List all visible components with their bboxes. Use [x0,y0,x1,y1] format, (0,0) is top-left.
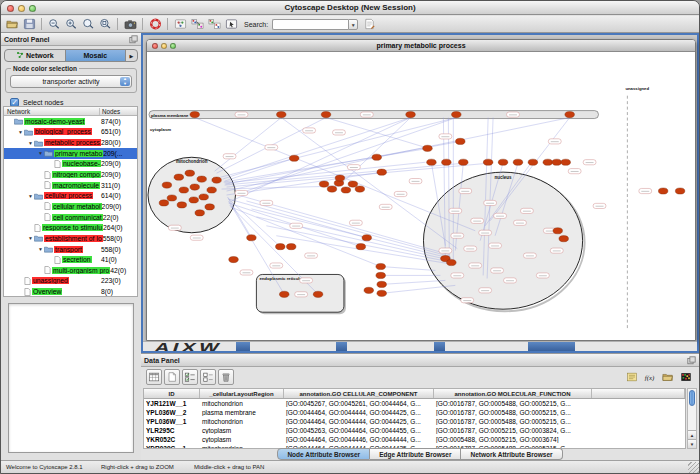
network-node[interactable] [543,159,553,165]
network-node[interactable] [406,111,416,117]
network-graph[interactable]: plasma membranecytoplasmmitochondrionnuc… [147,52,695,340]
tree-expander-icon[interactable]: ▼ [17,129,24,135]
open-folder-icon[interactable] [4,17,20,32]
network-node[interactable] [321,111,331,117]
scrollbar-thumb[interactable] [689,390,695,406]
table-row[interactable]: YLR295Ccytoplasm[GO:0045263, GO:0044464,… [144,426,685,435]
create-view-icon[interactable] [172,17,188,32]
background-windows-strip[interactable]: AIXW [143,341,697,351]
tree-row[interactable]: ▼establishment of lo558(0) [4,233,137,244]
node-color-dropdown[interactable]: transporter activity ▲▼ [10,75,132,88]
network-node[interactable] [205,204,215,210]
scroll-up-icon[interactable]: ▲ [688,430,696,439]
birds-eye-view[interactable] [8,303,134,453]
tree-expander-icon[interactable]: ▼ [27,193,34,199]
select-attrs-icon[interactable] [182,369,198,385]
table-row[interactable]: YKR052Ccytoplasm[GO:0044464, GO:0044446,… [144,435,685,444]
table-row[interactable]: YJR121W__1mitochondrion[GO:0045267, GO:0… [144,399,685,408]
network-node[interactable] [174,174,184,180]
vizmapper-icon[interactable] [189,17,205,32]
network-node[interactable] [355,186,365,192]
more-tabs-icon[interactable]: ▶ [126,50,137,61]
tree-header[interactable]: Network Nodes [4,107,137,116]
table-row[interactable]: YPL036W__1mitochondrion[GO:0044464, GO:0… [144,417,685,426]
import-folder-icon[interactable] [660,369,676,384]
tab-network-attribute-browser[interactable]: Network Attribute Browser [461,448,562,460]
network-node[interactable] [179,187,189,193]
network-node[interactable] [199,194,209,200]
network-node[interactable] [423,145,433,151]
zoom-out-icon[interactable] [46,17,62,32]
trash-icon[interactable] [218,369,234,385]
tree-row[interactable]: ▼cellular process614(0) [4,190,137,201]
network-node[interactable] [377,290,387,296]
attr-grid-icon[interactable] [146,369,162,385]
attribute-table-header[interactable]: ID_cellularLayoutRegionannotation.GO CEL… [144,389,685,399]
network-node[interactable] [364,287,374,293]
network-node[interactable] [195,210,205,216]
network-node[interactable] [335,175,345,181]
close-icon[interactable] [7,5,14,12]
search-config-icon[interactable] [361,17,377,32]
note-icon[interactable] [624,369,640,384]
scroll-down-icon[interactable]: ▼ [688,439,696,448]
network-node[interactable] [162,182,172,188]
view-close-icon[interactable] [152,43,158,49]
network-node[interactable] [289,155,299,161]
resize-grip[interactable] [688,462,699,473]
tree-row[interactable]: ▼biological_process651(0) [4,127,137,138]
network-node[interactable] [498,159,508,165]
network-node[interactable] [197,176,207,182]
network-node[interactable] [372,154,382,160]
new-doc-icon[interactable] [164,369,180,385]
table-scrollbar[interactable]: ▲ ▼ [687,388,697,449]
search-dropdown-arrow-icon[interactable]: ▼ [348,19,358,30]
network-node[interactable] [276,111,286,117]
network-node[interactable] [212,177,222,183]
network-node[interactable] [377,281,387,287]
tree-row[interactable]: Overview8(0) [4,286,137,297]
table-row[interactable]: YPL036W__2plasma membrane[GO:0044464, GO… [144,408,685,417]
layout-icon[interactable] [206,17,222,32]
table-column-header[interactable]: annotation.GO MOLECULAR_FUNCTION [434,389,592,398]
network-node[interactable] [189,197,199,203]
network-node[interactable] [427,159,437,165]
network-node[interactable] [452,111,462,117]
tree-row[interactable]: ▼transport558(0) [4,244,137,255]
tree-row[interactable]: multi-organism pro42(0) [4,265,137,276]
help-icon[interactable] [147,17,163,32]
network-node[interactable] [341,187,351,193]
network-node[interactable] [565,111,575,117]
view-zoom-icon[interactable] [170,43,176,49]
network-node[interactable] [658,188,668,194]
unselect-attrs-icon[interactable] [200,369,216,385]
network-node[interactable] [319,181,329,187]
network-view-titlebar[interactable]: primary metabolic process [147,40,695,52]
tree-row[interactable]: cellular metabol209(0) [4,201,137,212]
network-node[interactable] [286,244,296,250]
save-icon[interactable] [21,17,37,32]
network-node[interactable] [279,291,289,297]
table-column-header[interactable]: annotation.GO CELLULAR_COMPONENT [284,389,434,398]
network-node[interactable] [528,159,538,165]
table-column-header[interactable]: _cellularLayoutRegion [200,389,284,398]
network-node[interactable] [442,159,452,165]
tree-row[interactable]: response to stimulu264(0) [4,222,137,233]
tab-edge-attribute-browser[interactable]: Edge Attribute Browser [370,448,461,460]
fx-icon[interactable]: f(x) [642,369,658,384]
network-node[interactable] [376,263,386,269]
network-canvas[interactable]: plasma membranecytoplasmmitochondrionnuc… [147,52,695,340]
tab-node-attribute-browser[interactable]: Node Attribute Browser [277,448,370,460]
network-node[interactable] [177,202,187,208]
window-titlebar[interactable]: Cytoscape Desktop (New Session) [1,1,699,15]
network-node[interactable] [447,259,457,265]
network-node[interactable] [348,181,358,187]
minimize-icon[interactable] [18,5,25,12]
network-node[interactable] [553,228,563,234]
network-node[interactable] [356,244,366,250]
network-node[interactable] [229,256,239,262]
heatmap-icon[interactable] [678,369,694,384]
zoom-in-icon[interactable] [63,17,79,32]
network-view-window[interactable]: primary metabolic process plasma membran… [146,39,696,341]
table-column-header[interactable] [592,389,685,398]
